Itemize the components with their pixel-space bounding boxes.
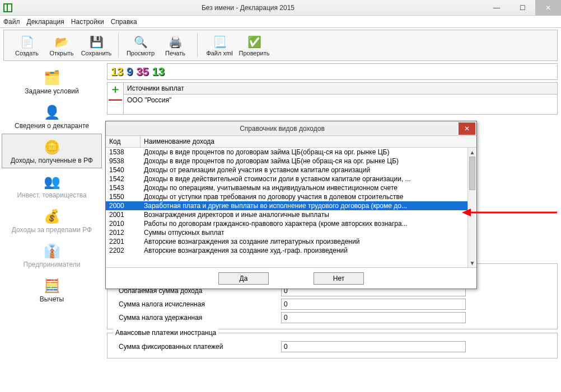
input-tax-withheld[interactable]	[281, 312, 466, 323]
coins-icon: 🪙	[3, 138, 100, 157]
row-code: 2000	[106, 202, 141, 210]
row-name: Доходы в виде процентов по договорам зай…	[141, 148, 476, 156]
row-name: Доходы в виде процентов по договорам зай…	[141, 157, 476, 165]
dialog-list[interactable]: 1538Доходы в виде процентов по договорам…	[106, 148, 476, 267]
svg-marker-1	[462, 209, 471, 216]
calculator-icon: 🧮	[3, 276, 100, 295]
toolbar: 📄Создать 📂Открыть 💾Сохранить 🔍Просмотр 🖨…	[3, 30, 558, 61]
toolbar-print[interactable]: 🖨️Печать	[158, 34, 193, 56]
toolbar-separator	[197, 33, 198, 58]
rate-tab-35[interactable]: 35	[136, 65, 148, 78]
income-type-row[interactable]: 1538Доходы в виде процентов по договорам…	[106, 148, 476, 157]
sidebar-item-declarant[interactable]: 👤Сведения о декларанте	[2, 99, 102, 134]
maximize-button[interactable]: ☐	[509, 0, 535, 16]
row-code: 2012	[106, 229, 141, 237]
rate-tab-13[interactable]: 13	[111, 65, 123, 78]
row-code: 1550	[106, 193, 141, 201]
col-code: Код	[106, 136, 141, 147]
row-code: 1543	[106, 184, 141, 192]
row-name: Доходы по операциям, учитываемым на инди…	[141, 184, 476, 192]
income-type-row[interactable]: 1543Доходы по операциям, учитываемым на …	[106, 183, 476, 192]
row-name: Авторские вознаграждения за создание лит…	[141, 238, 476, 245]
menu-file[interactable]: Файл	[3, 18, 20, 26]
col-name: Наименование дохода	[141, 136, 476, 147]
annotation-arrow	[462, 207, 557, 218]
dialog-title: Справочник видов доходов	[106, 125, 459, 133]
income-type-row[interactable]: 2001Вознаграждения директоров и иные ана…	[106, 210, 476, 219]
income-type-row[interactable]: 2202Авторские вознаграждения за создание…	[106, 246, 476, 255]
rate-tab-13b[interactable]: 13	[152, 65, 165, 78]
tree-icon: 🗂️	[3, 68, 100, 87]
window-title: Без имени - Декларация 2015	[12, 4, 484, 12]
sidebar-item-deductions[interactable]: 🧮Вычеты	[2, 272, 102, 307]
input-tax-calculated[interactable]	[281, 299, 466, 310]
row-name: Доходы в виде действительной стоимости д…	[141, 175, 476, 183]
income-type-row[interactable]: 1550Доходы от уступки прав требования по…	[106, 192, 476, 201]
row-name: Работы по договорам гражданско-правового…	[141, 220, 476, 228]
sidebar-item-income-abroad[interactable]: 💰Доходы за пределами РФ	[2, 203, 102, 238]
app-icon	[3, 3, 12, 12]
toolbar-preview[interactable]: 🔍Просмотр	[123, 34, 158, 56]
menu-bar: Файл Декларация Настройки Справка	[0, 16, 561, 28]
label-fixed-payments: Сумма фиксированных платежей	[113, 343, 281, 351]
row-code: 2010	[106, 220, 141, 228]
income-type-row[interactable]: 2000Заработная плата и другие выплаты во…	[106, 201, 476, 210]
label-tax-calculated: Сумма налога исчисленная	[113, 300, 281, 308]
source-row[interactable]: ООО "Россия"	[124, 95, 557, 106]
sidebar-item-income-rf[interactable]: 🪙Доходы, полученные в РФ	[2, 134, 102, 168]
row-code: 2202	[106, 247, 141, 254]
advance-legend: Авансовые платежи иностранца	[113, 329, 218, 337]
sidebar-item-conditions[interactable]: 🗂️Задание условий	[2, 64, 102, 99]
minimize-button[interactable]: —	[484, 0, 509, 16]
check-icon: ✅	[237, 34, 272, 50]
save-icon: 💾	[79, 34, 114, 50]
row-code: 1540	[106, 166, 141, 174]
preview-icon: 🔍	[123, 34, 158, 50]
sidebar-item-entrepreneurs[interactable]: 👔Предприниматели	[2, 238, 102, 272]
dialog-header-row: Код Наименование дохода	[106, 136, 476, 148]
income-type-row[interactable]: 2201Авторские вознаграждения за создание…	[106, 237, 476, 246]
remove-source-button[interactable]: —	[109, 95, 122, 103]
close-button[interactable]: ✕	[535, 0, 561, 16]
rate-tab-9[interactable]: 9	[127, 65, 133, 78]
scroll-up-icon[interactable]: ▲	[468, 148, 476, 157]
dialog-ok-button[interactable]: Да	[218, 272, 269, 285]
people-icon: 👥	[3, 172, 100, 191]
open-folder-icon: 📂	[44, 34, 79, 50]
print-icon: 🖨️	[158, 34, 193, 50]
xml-file-icon: 📃	[202, 34, 237, 50]
scroll-down-icon[interactable]: ▼	[468, 258, 476, 267]
menu-settings[interactable]: Настройки	[71, 18, 104, 26]
scroll-thumb[interactable]	[469, 157, 475, 190]
sidebar-item-invest[interactable]: 👥Инвест. товарищества	[2, 168, 102, 203]
row-code: 2201	[106, 238, 141, 245]
toolbar-open[interactable]: 📂Открыть	[44, 34, 79, 56]
row-code: 2001	[106, 211, 141, 219]
row-name: Авторские вознаграждения за создание худ…	[141, 247, 476, 254]
toolbar-separator	[118, 33, 119, 58]
input-fixed-payments[interactable]	[281, 341, 466, 352]
income-type-row[interactable]: 9538Доходы в виде процентов по договорам…	[106, 157, 476, 166]
toolbar-save[interactable]: 💾Сохранить	[79, 34, 114, 56]
person-icon: 👤	[3, 103, 100, 122]
toolbar-check[interactable]: ✅Проверить	[237, 34, 272, 56]
title-bar: Без имени - Декларация 2015 — ☐ ✕	[0, 0, 561, 16]
income-type-row[interactable]: 2012Суммы отпускных выплат	[106, 228, 476, 237]
income-type-row[interactable]: 2010Работы по договорам гражданско-право…	[106, 219, 476, 228]
dialog-close-button[interactable]: ✕	[459, 122, 475, 135]
row-name: Суммы отпускных выплат	[141, 229, 476, 237]
row-code: 9538	[106, 157, 141, 165]
menu-declaration[interactable]: Декларация	[27, 18, 64, 26]
rate-tabs: 13 9 35 13	[107, 63, 558, 80]
menu-help[interactable]: Справка	[111, 18, 137, 26]
dialog-cancel-button[interactable]: Нет	[314, 272, 364, 285]
label-tax-withheld: Сумма налога удержанная	[113, 314, 281, 322]
advance-fieldset: Авансовые платежи иностранца Сумма фикси…	[107, 333, 558, 358]
toolbar-create[interactable]: 📄Создать	[10, 34, 44, 56]
row-code: 1538	[106, 148, 141, 156]
toolbar-xml[interactable]: 📃Файл xml	[202, 34, 237, 56]
income-type-row[interactable]: 1542Доходы в виде действительной стоимос…	[106, 174, 476, 183]
income-type-row[interactable]: 1540Доходы от реализации долей участия в…	[106, 166, 476, 174]
row-name: Доходы от реализации долей участия в уст…	[141, 166, 476, 174]
row-code: 1542	[106, 175, 141, 183]
